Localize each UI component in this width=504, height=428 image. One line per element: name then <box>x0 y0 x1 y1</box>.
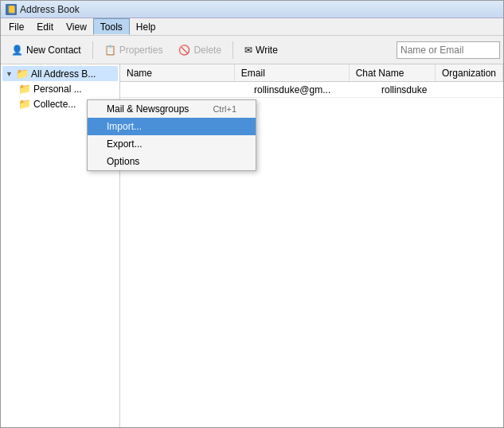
personal-folder-icon: 📁 <box>18 83 31 95</box>
search-input[interactable] <box>397 41 500 59</box>
toolbar: 👤 New Contact 📋 Properties 🚫 Delete ✉ Wr… <box>1 36 503 64</box>
table-row[interactable]: rollinsduke@gm... rollinsduke <box>120 82 503 98</box>
menu-tools[interactable]: Tools <box>93 18 130 35</box>
menu-bar: File Edit View Tools Help <box>1 18 503 36</box>
menu-edit[interactable]: Edit <box>30 18 60 35</box>
delete-icon: 🚫 <box>178 45 190 56</box>
properties-button[interactable]: 📋 Properties <box>97 39 170 61</box>
properties-icon: 📋 <box>104 45 116 56</box>
app-icon: 📒 <box>6 4 17 15</box>
new-contact-icon: 👤 <box>11 45 23 56</box>
main-area: ▼ 📁 All Address B... 📁 Personal ... 📁 Co… <box>1 64 503 427</box>
search-area <box>397 41 500 59</box>
menu-file[interactable]: File <box>2 18 30 35</box>
toolbar-separator-2 <box>232 41 233 59</box>
col-header-email[interactable]: Email <box>235 64 350 81</box>
col-header-chat[interactable]: Chat Name <box>350 64 436 81</box>
window-title: Address Book <box>20 4 80 15</box>
collected-label: Collecte... <box>33 99 76 110</box>
menu-item-mail-newsgroups[interactable]: Mail & Newsgroups Ctrl+1 <box>88 100 256 118</box>
main-window: 📒 Address Book File Edit View Tools Help… <box>0 0 504 428</box>
sidebar-item-all-address-books[interactable]: ▼ 📁 All Address B... <box>2 66 118 81</box>
sidebar-item-personal[interactable]: 📁 Personal ... <box>15 81 118 96</box>
col-header-name[interactable]: Name <box>120 64 235 81</box>
toolbar-separator-1 <box>92 41 93 59</box>
personal-label: Personal ... <box>33 84 82 95</box>
col-header-org[interactable]: Organization <box>436 64 503 81</box>
chevron-icon: ▼ <box>6 70 14 78</box>
delete-label: Delete <box>193 45 221 56</box>
cell-chat-1: rollinsduke <box>375 84 471 95</box>
write-icon: ✉ <box>244 45 252 56</box>
mail-newsgroups-label: Mail & Newsgroups <box>107 103 189 115</box>
menu-item-import[interactable]: Import... <box>88 118 256 135</box>
new-contact-label: New Contact <box>26 45 81 56</box>
write-label: Write <box>256 45 278 56</box>
export-label: Export... <box>107 138 143 150</box>
menu-view[interactable]: View <box>60 18 93 35</box>
collected-folder-icon: 📁 <box>18 98 31 110</box>
write-button[interactable]: ✉ Write <box>237 39 285 61</box>
tools-dropdown-menu: Mail & Newsgroups Ctrl+1 Import... Expor… <box>87 99 256 171</box>
menu-item-export[interactable]: Export... <box>88 135 256 153</box>
properties-label: Properties <box>119 45 163 56</box>
import-label: Import... <box>107 121 142 132</box>
mail-newsgroups-shortcut: Ctrl+1 <box>213 104 236 114</box>
options-label: Options <box>107 156 139 167</box>
menu-item-options[interactable]: Options <box>88 153 256 170</box>
delete-button[interactable]: 🚫 Delete <box>171 39 229 61</box>
all-address-books-label: All Address B... <box>31 68 96 80</box>
cell-email-1: rollinsduke@gm... <box>248 84 375 95</box>
title-bar: 📒 Address Book <box>1 1 503 18</box>
folder-icon: 📁 <box>16 68 29 80</box>
column-headers: Name Email Chat Name Organization <box>120 64 503 82</box>
menu-help[interactable]: Help <box>130 18 162 35</box>
new-contact-button[interactable]: 👤 New Contact <box>4 39 88 61</box>
